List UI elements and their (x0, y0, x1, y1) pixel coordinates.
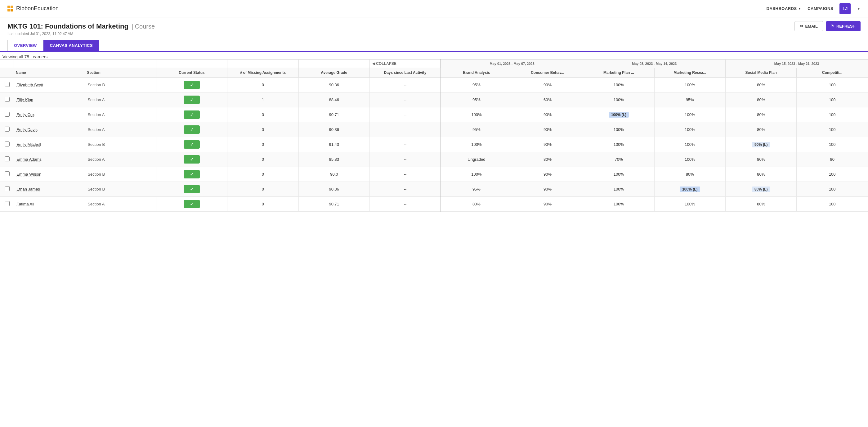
section-cell: Section B (85, 78, 156, 92)
collapse-button[interactable]: ◀ COLLAPSE (372, 61, 438, 66)
row-checkbox[interactable] (5, 127, 10, 131)
table-wrapper[interactable]: ◀ COLLAPSE May 01, 2023 - May 07, 2023 M… (0, 59, 868, 212)
student-name[interactable]: Fatima Ali (17, 202, 34, 206)
score-cell: 80% (725, 108, 797, 122)
days-cell: -- (370, 197, 441, 212)
score-cell: 100 (797, 122, 868, 137)
row-checkbox[interactable] (5, 82, 10, 87)
student-name[interactable]: Emma Adams (17, 157, 41, 162)
top-nav: RibbonEducation DASHBOARDS ▼ CAMPAIGNS L… (0, 0, 868, 18)
missing-cell: 0 (227, 197, 299, 212)
student-name[interactable]: Ellie King (17, 97, 33, 102)
table-row: Emma AdamsSection A✓085.83--Ungraded80%7… (0, 152, 868, 167)
status-badge: ✓ (184, 96, 200, 104)
score-cell: 100% (441, 167, 512, 182)
date-range-1: May 01, 2023 - May 07, 2023 (441, 60, 583, 68)
col-header-marketing-plan: Marketing Plan ... (583, 68, 654, 78)
score-cell: 90% (512, 167, 583, 182)
viewing-count: Viewing all 78 Learners (2, 54, 48, 59)
tab-canvas-analytics[interactable]: CANVAS ANALYTICS (43, 40, 99, 51)
grade-cell: 90.36 (299, 122, 370, 137)
days-cell: -- (370, 78, 441, 92)
logo-text: RibbonEducation (16, 5, 59, 12)
row-checkbox[interactable] (5, 201, 10, 206)
score-highlight: 80% (L) (752, 186, 770, 192)
refresh-button[interactable]: ↻ REFRESH (826, 21, 861, 31)
dashboards-arrow: ▼ (798, 7, 801, 10)
score-cell: 100% (583, 92, 654, 108)
status-badge: ✓ (184, 140, 200, 149)
score-cell: 100 (797, 108, 868, 122)
row-checkbox[interactable] (5, 171, 10, 176)
row-checkbox[interactable] (5, 156, 10, 161)
campaigns-nav[interactable]: CAMPAIGNS (807, 6, 833, 11)
row-checkbox[interactable] (5, 142, 10, 147)
refresh-icon: ↻ (831, 24, 835, 29)
score-cell: 90% (512, 137, 583, 152)
section-cell: Section A (85, 197, 156, 212)
days-cell: -- (370, 108, 441, 122)
course-type: | Course (131, 23, 155, 30)
course-title-area: MKTG 101: Foundations of Marketing | Cou… (7, 22, 861, 30)
score-highlight: 90% (L) (752, 142, 770, 147)
days-cell: -- (370, 182, 441, 197)
col-header-social: Social Media Plan (725, 68, 797, 78)
row-checkbox[interactable] (5, 186, 10, 191)
avatar[interactable]: LJ (839, 3, 850, 14)
avatar-dropdown-arrow[interactable]: ▼ (857, 6, 861, 11)
grade-cell: 90.71 (299, 197, 370, 212)
score-cell: 100 (797, 78, 868, 92)
score-cell: 100 (797, 182, 868, 197)
grade-cell: 90.71 (299, 108, 370, 122)
status-badge: ✓ (184, 155, 200, 163)
table-row: Ethan JamesSection B✓090.36--95%90%100%1… (0, 182, 868, 197)
student-name[interactable]: Emma Wilson (17, 172, 41, 177)
table-row: Elizabeth ScottSection B✓090.36--95%90%1… (0, 78, 868, 92)
student-name[interactable]: Ethan James (17, 187, 40, 191)
status-badge: ✓ (184, 200, 200, 208)
row-checkbox[interactable] (5, 97, 10, 102)
nav-right: DASHBOARDS ▼ CAMPAIGNS LJ ▼ (767, 3, 861, 14)
score-cell: 100% (654, 137, 725, 152)
student-name[interactable]: Emily Cox (17, 112, 35, 117)
last-updated: Last updated Jul 31, 2023, 11:02:47 AM (7, 32, 861, 36)
email-button[interactable]: ✉ EMAIL (795, 21, 823, 31)
score-cell: 100% (654, 108, 725, 122)
days-cell: -- (370, 122, 441, 137)
score-cell: 80% (441, 197, 512, 212)
student-name[interactable]: Emily Davis (17, 127, 37, 132)
section-cell: Section B (85, 137, 156, 152)
status-cell: ✓ (156, 197, 227, 212)
row-checkbox[interactable] (5, 112, 10, 117)
score-highlight: 100% (L) (609, 112, 629, 118)
score-cell: 90% (L) (725, 137, 797, 152)
col-header-consumer: Consumer Behav... (512, 68, 583, 78)
tabs-container: OVERVIEW CANVAS ANALYTICS (0, 40, 868, 51)
tab-overview[interactable]: OVERVIEW (7, 40, 43, 51)
score-cell: 100% (583, 182, 654, 197)
missing-cell: 0 (227, 108, 299, 122)
col-header-name: Name (14, 68, 85, 78)
score-cell: 90% (512, 122, 583, 137)
score-cell: 100% (583, 197, 654, 212)
score-cell: 80% (654, 167, 725, 182)
score-cell: 60% (512, 92, 583, 108)
status-badge: ✓ (184, 125, 200, 134)
score-cell: 70% (583, 152, 654, 167)
learners-table: ◀ COLLAPSE May 01, 2023 - May 07, 2023 M… (0, 59, 868, 212)
score-cell: 100 (797, 137, 868, 152)
student-name[interactable]: Emily Mitchell (17, 142, 41, 147)
dashboards-nav[interactable]: DASHBOARDS ▼ (767, 6, 802, 11)
missing-cell: 0 (227, 78, 299, 92)
score-cell: 100% (441, 137, 512, 152)
student-name[interactable]: Elizabeth Scott (17, 83, 43, 87)
date-range-2: May 08, 2023 - May 14, 2023 (583, 60, 725, 68)
days-cell: -- (370, 92, 441, 108)
grade-cell: 91.43 (299, 137, 370, 152)
score-cell: 80% (725, 92, 797, 108)
score-cell: 95% (654, 92, 725, 108)
score-cell: 90% (512, 108, 583, 122)
missing-cell: 0 (227, 167, 299, 182)
score-cell: 95% (441, 92, 512, 108)
ribbon-logo-icon (7, 6, 14, 12)
